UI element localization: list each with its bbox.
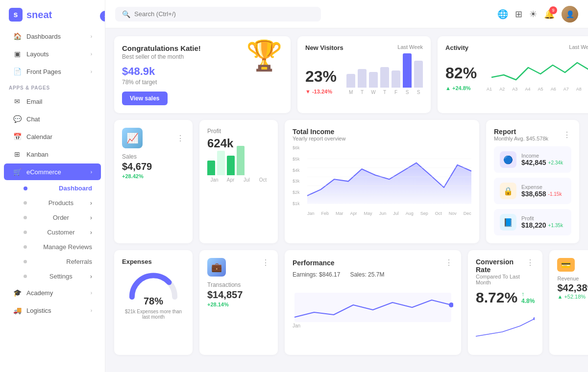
chevron-icon: › [90,229,92,236]
profit-bar-label: Apr [223,177,238,183]
ecommerce-icon: 🛒 [13,168,22,176]
visitors-bar [414,61,423,88]
profit-icon: 📘 [500,214,516,231]
report-subtitle: Monthly Avg. $45.578k [494,136,548,141]
sidebar-item-label: Kanban [26,151,49,158]
dashboards-icon: 🏠 [13,32,22,40]
row-3: Expenses 78% $21k Expenses more than las… [114,250,579,355]
conversion-card: Conversion Rate Compared To Last Month ⋮… [468,250,542,355]
transactions-menu-icon[interactable]: ⋮ [262,258,270,277]
header: 🔍 🌐 ⊞ ☀ 🔔 9 👤 [105,0,588,28]
activity-card: Activity Last Week 82% ▲ +24.8% A1A2A3A4… [438,36,588,113]
chevron-icon: › [90,214,92,221]
academy-icon: 🎓 [13,289,22,297]
perf-earnings: Earnings: $846.17 [293,271,340,278]
sidebar-item-calendar[interactable]: 📅 Calendar [4,128,101,145]
sidebar-item-layouts[interactable]: ▣ Layouts › [4,46,101,62]
sales-widget-card: 📈 ⋮ Sales $4,679 +28.42% [114,120,193,243]
chevron-icon: › [91,51,92,57]
sidebar-item-dashboard[interactable]: Dashboard [4,181,101,195]
income-x-label: Sep [420,211,428,216]
globe-icon[interactable]: 🌐 [497,9,508,20]
row-2: 📈 ⋮ Sales $4,679 +28.42% Profit 624k Jan… [114,120,579,243]
profit-label-r: Profit [521,215,563,221]
sidebar-item-ecommerce[interactable]: 🛒 eCommerce › [4,163,101,180]
sub-item-label: Products [49,199,74,207]
view-sales-button[interactable]: View sales [122,92,168,105]
dot-icon [24,260,27,263]
sidebar-item-frontpages[interactable]: 📄 Front Pages › [4,63,101,80]
trophy-icon: 🏆 [246,41,283,70]
ecommerce-submenu: Dashboard Products › Order › Customer › … [0,181,105,284]
sidebar-item-email[interactable]: ✉ Email [4,93,101,110]
avatar[interactable]: 👤 [562,6,578,23]
sales-menu-icon[interactable]: ⋮ [176,134,185,143]
axis-label: A3 [512,87,517,92]
dashboard-content: Congratulations Katie! Best seller of th… [105,28,588,372]
revenue-label: Revenue [557,276,588,281]
conversion-menu-icon[interactable]: ⋮ [526,258,535,267]
theme-icon[interactable]: ☀ [529,9,537,20]
sidebar-item-chat[interactable]: 💬 Chat [4,111,101,127]
activity-line-chart [487,55,588,85]
sales-icon: 📈 [122,128,143,148]
sidebar-item-kanban[interactable]: ⊞ Kanban [4,146,101,163]
expense-icon: 🔒 [500,183,516,199]
income-label: Income [521,153,563,159]
sidebar-item-settings[interactable]: Settings › [4,269,101,283]
sidebar-item-dashboards[interactable]: 🏠 Dashboards › [4,28,101,45]
transactions-value: $14,857 [207,289,270,301]
expenses-card: Expenses 78% $21k Expenses more than las… [114,250,193,355]
profit-bar-labels: JanAprJulOct [207,177,270,183]
sidebar-item-order[interactable]: Order › [4,210,101,225]
income-title: Total Income [293,128,471,136]
sidebar-item-label: Email [26,98,43,105]
visitors-bar [369,72,378,88]
profit-value-r: $18,220 [521,221,546,229]
day-label: W [369,90,378,95]
expenses-title: Expenses [122,258,152,265]
report-menu-icon[interactable]: ⋮ [563,130,571,140]
sidebar-item-label: Front Pages [26,68,61,75]
profit-bar-label: Oct [256,177,270,183]
income-subtitle: Yearly report overview [293,136,471,141]
activity-axis: A1A2A3A4A5A6A7A8A9 [487,87,588,92]
performance-chart [293,283,453,322]
sidebar-item-manage-reviews[interactable]: Manage Reviews [4,240,101,254]
income-area-chart [307,145,471,209]
congrats-target: 78% of target [122,79,283,86]
notification-icon[interactable]: 🔔 9 [544,9,555,20]
grid-icon[interactable]: ⊞ [515,9,522,20]
dot-icon [24,186,27,190]
congrats-card: Congratulations Katie! Best seller of th… [114,36,291,113]
sidebar-item-logistics[interactable]: 🚚 Logistics › [4,302,101,319]
profit-widget-card: Profit 624k JanAprJulOct [199,120,278,243]
profit-bar [237,146,245,175]
sidebar-item-academy[interactable]: 🎓 Academy › [4,284,101,301]
brand-name: sneat [26,9,52,21]
profit-label: Profit [207,128,270,135]
chat-icon: 💬 [13,115,22,123]
perf-sales: Sales: 25.7M [350,271,384,278]
performance-menu-icon[interactable]: ⋮ [445,258,453,267]
profit-bar-label: Jan [207,177,221,183]
sidebar-item-customer[interactable]: Customer › [4,225,101,239]
notification-badge: 9 [549,6,557,14]
visitors-title: New Visitors [305,44,343,51]
conversion-value: 8.72% ↑ 4.8% [476,289,535,306]
search-box[interactable]: 🔍 [115,7,321,22]
sidebar-item-label: Academy [26,289,53,297]
sidebar-item-products[interactable]: Products › [4,196,101,210]
sidebar-item-referrals[interactable]: Referrals [4,255,101,269]
sidebar-item-label: eCommerce [26,168,61,176]
report-card: Report Monthly Avg. $45.578k ⋮ 🔵 Income … [486,120,579,243]
visitors-bar [392,70,400,88]
performance-stats: Earnings: $846.17 Sales: 25.7M [293,271,453,278]
axis-label: A8 [576,87,582,92]
day-label: S [414,90,423,95]
sidebar-item-label: Layouts [26,50,49,58]
logistics-icon: 🚚 [13,306,22,314]
visitors-bar-chart [346,58,423,88]
logo: s sneat [0,0,105,27]
search-input[interactable] [134,10,314,18]
